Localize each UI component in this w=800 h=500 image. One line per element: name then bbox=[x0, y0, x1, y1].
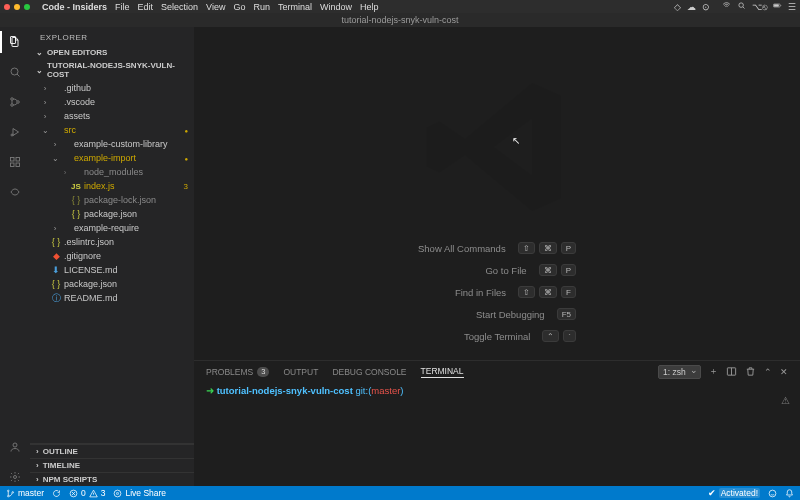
debug-console-tab[interactable]: DEBUG CONSOLE bbox=[332, 367, 406, 377]
project-section[interactable]: ⌄ TUTORIAL-NODEJS-SNYK-VULN-COST bbox=[30, 59, 194, 81]
tree-row[interactable]: ›assets bbox=[30, 109, 194, 123]
svg-point-18 bbox=[12, 491, 14, 493]
terminal-tab[interactable]: TERMINAL bbox=[421, 366, 464, 378]
terminal-warning-icon[interactable]: ⚠ bbox=[781, 395, 790, 406]
svg-point-4 bbox=[11, 68, 18, 75]
key-cap: P bbox=[561, 242, 576, 254]
tree-row[interactable]: ›example-custom-library bbox=[30, 137, 194, 151]
menu-selection[interactable]: Selection bbox=[161, 2, 198, 12]
app-name[interactable]: Code - Insiders bbox=[42, 2, 107, 12]
svg-point-17 bbox=[8, 495, 10, 497]
tree-item-label: .vscode bbox=[64, 97, 188, 107]
key-cap: F5 bbox=[557, 308, 576, 320]
terminal-selector[interactable]: 1: zsh bbox=[658, 365, 701, 379]
tree-row[interactable]: ›example-require bbox=[30, 221, 194, 235]
window-title-text: tutorial-nodejs-snyk-vuln-cost bbox=[341, 15, 458, 25]
tree-item-label: LICENSE.md bbox=[64, 265, 188, 275]
notifications-icon[interactable] bbox=[785, 489, 794, 498]
twisty-icon: › bbox=[40, 98, 50, 107]
tree-row[interactable]: ⌄example-import bbox=[30, 151, 194, 165]
live-share-tab[interactable] bbox=[6, 183, 24, 201]
menu-edit[interactable]: Edit bbox=[138, 2, 154, 12]
tree-row[interactable]: { }package-lock.json bbox=[30, 193, 194, 207]
live-share-icon bbox=[113, 489, 122, 498]
spotlight-icon[interactable] bbox=[737, 1, 746, 12]
status-icon[interactable]: ☁ bbox=[687, 2, 696, 12]
key-cap: F bbox=[561, 286, 576, 298]
twisty-icon: › bbox=[60, 168, 70, 177]
settings-icon[interactable] bbox=[6, 468, 24, 486]
source-control-tab[interactable] bbox=[6, 93, 24, 111]
tree-row[interactable]: ⬇LICENSE.md bbox=[30, 263, 194, 277]
prompt-git-close: ) bbox=[400, 385, 403, 396]
tree-row[interactable]: JSindex.js3 bbox=[30, 179, 194, 193]
status-icon[interactable]: ◇ bbox=[674, 2, 681, 12]
problems-status[interactable]: 0 3 bbox=[69, 488, 105, 498]
svg-point-13 bbox=[13, 443, 17, 447]
outline-section[interactable]: ›OUTLINE bbox=[30, 444, 194, 458]
menu-file[interactable]: File bbox=[115, 2, 130, 12]
zoom-window-icon[interactable] bbox=[24, 4, 30, 10]
run-debug-tab[interactable] bbox=[6, 123, 24, 141]
menu-run[interactable]: Run bbox=[253, 2, 270, 12]
terminal-body[interactable]: ➜ tutorial-nodejs-snyk-vuln-cost git:(ma… bbox=[194, 383, 800, 486]
tree-row[interactable]: ⓘREADME.md bbox=[30, 291, 194, 305]
open-editors-section[interactable]: ⌄ OPEN EDITORS bbox=[30, 46, 194, 59]
kill-terminal-icon[interactable] bbox=[745, 366, 756, 379]
sync-status[interactable] bbox=[52, 489, 61, 498]
tree-row[interactable]: ◆.gitignore bbox=[30, 249, 194, 263]
accounts-icon[interactable] bbox=[6, 438, 24, 456]
tree-item-label: .github bbox=[64, 83, 188, 93]
bottom-panel: PROBLEMS 3 OUTPUT DEBUG CONSOLE TERMINAL… bbox=[194, 360, 800, 486]
output-tab[interactable]: OUTPUT bbox=[283, 367, 318, 377]
shortcut-row: Show All Commands⇧⌘P bbox=[418, 242, 576, 254]
new-terminal-icon[interactable]: ＋ bbox=[709, 366, 718, 378]
extensions-tab[interactable] bbox=[6, 153, 24, 171]
npm-scripts-section[interactable]: ›NPM SCRIPTS bbox=[30, 472, 194, 486]
split-terminal-icon[interactable] bbox=[726, 366, 737, 379]
menu-terminal[interactable]: Terminal bbox=[278, 2, 312, 12]
problems-tab[interactable]: PROBLEMS 3 bbox=[206, 367, 269, 377]
key-cap: ⇧ bbox=[518, 286, 535, 298]
key-cap: ⌃ bbox=[542, 330, 559, 342]
shortcut-keys: F5 bbox=[557, 308, 576, 320]
file-icon: ⓘ bbox=[50, 292, 62, 305]
tree-row[interactable]: ›node_modules bbox=[30, 165, 194, 179]
timeline-section[interactable]: ›TIMELINE bbox=[30, 458, 194, 472]
svg-point-14 bbox=[14, 476, 17, 479]
tree-row[interactable]: ›.vscode bbox=[30, 95, 194, 109]
battery-icon[interactable] bbox=[773, 1, 782, 12]
tree-row[interactable]: { }package.json bbox=[30, 277, 194, 291]
svg-point-20 bbox=[115, 490, 122, 497]
file-icon: { } bbox=[70, 195, 82, 205]
close-panel-icon[interactable]: ✕ bbox=[780, 367, 788, 377]
tree-row[interactable]: ⌄src bbox=[30, 123, 194, 137]
tree-row[interactable]: ›.github bbox=[30, 81, 194, 95]
activated-status[interactable]: ✔ Activated! bbox=[708, 488, 760, 498]
control-center-icon[interactable]: ⌥⎋ bbox=[752, 2, 767, 12]
menu-help[interactable]: Help bbox=[360, 2, 379, 12]
wifi-icon[interactable] bbox=[722, 1, 731, 12]
menu-extra-icon[interactable]: ☰ bbox=[788, 2, 796, 12]
explorer-tab[interactable] bbox=[6, 33, 24, 51]
close-window-icon[interactable] bbox=[4, 4, 10, 10]
svg-point-7 bbox=[17, 101, 20, 104]
shortcut-keys: ⌘P bbox=[539, 264, 576, 276]
tree-row[interactable]: { }.eslintrc.json bbox=[30, 235, 194, 249]
live-share-status[interactable]: Live Share bbox=[113, 488, 166, 498]
tree-row[interactable]: { }package.json bbox=[30, 207, 194, 221]
menu-go[interactable]: Go bbox=[233, 2, 245, 12]
feedback-icon[interactable] bbox=[768, 489, 777, 498]
collapsed-sections: ›OUTLINE ›TIMELINE ›NPM SCRIPTS bbox=[30, 443, 194, 486]
menu-window[interactable]: Window bbox=[320, 2, 352, 12]
warning-icon bbox=[89, 489, 98, 498]
maximize-panel-icon[interactable]: ⌃ bbox=[764, 367, 772, 377]
file-icon: { } bbox=[50, 279, 62, 289]
git-branch-status[interactable]: master bbox=[6, 488, 44, 498]
status-icon[interactable]: ⊙ bbox=[702, 2, 710, 12]
search-tab[interactable] bbox=[6, 63, 24, 81]
minimize-window-icon[interactable] bbox=[14, 4, 20, 10]
menu-view[interactable]: View bbox=[206, 2, 225, 12]
shortcut-label: Toggle Terminal bbox=[464, 331, 530, 342]
prompt-branch: master bbox=[371, 385, 400, 396]
